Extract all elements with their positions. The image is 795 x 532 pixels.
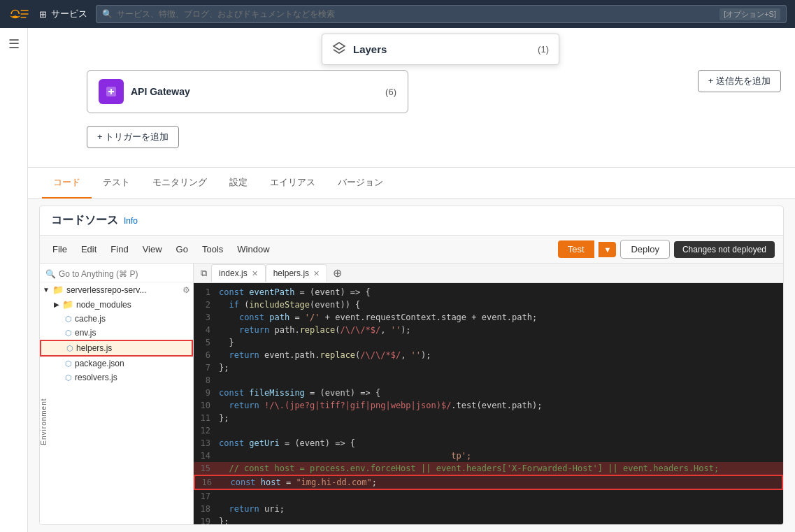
layers-icon (332, 41, 346, 57)
api-gateway-count: (6) (385, 87, 396, 97)
file-tree-panel: Environment 🔍 ▼ 📁 serverlessrepo-serv...… (40, 264, 194, 524)
search-shortcut-badge: [オプション+S] (719, 8, 780, 20)
add-trigger-button[interactable]: + トリガーを追加 (87, 126, 179, 148)
code-line-15: 15 // const host = process.env.forceHost… (194, 462, 783, 475)
collapse-icon: ▼ (43, 286, 50, 294)
file-tab-helpers-js[interactable]: helpers.js ✕ (266, 264, 327, 282)
layers-title: Layers (353, 43, 387, 55)
folder-icon-modules: 📁 (62, 299, 73, 310)
add-tab-button[interactable]: ⊕ (327, 264, 348, 282)
test-dropdown-button[interactable]: ▼ (599, 242, 617, 257)
code-line-9: 9 const fileMissing = (event) => { (194, 387, 783, 399)
left-sidebar-toggle: ☰ (0, 28, 28, 532)
file-tab-index-js[interactable]: index.js ✕ (211, 264, 266, 282)
tree-item-cache-js[interactable]: ⬡ cache.js (40, 312, 193, 326)
layers-card[interactable]: Layers (1) (322, 34, 559, 65)
tab-versions[interactable]: バージョン (327, 168, 394, 199)
tab-aliases[interactable]: エイリアス (259, 168, 327, 199)
code-line-4: 4 return path.replace(/\/\/*$/, ''); (194, 324, 783, 336)
tree-item-node-modules[interactable]: ▶ 📁 node_modules (40, 297, 193, 312)
root-folder-name: serverlessrepo-serv... (66, 285, 146, 295)
top-navigation: ⊞ サービス 🔍 [オプション+S] (0, 0, 795, 28)
tab-bar: コード テスト モニタリング 設定 エイリアス バージョン (28, 168, 795, 199)
goto-anything-input[interactable] (59, 269, 187, 279)
hamburger-icon[interactable]: ☰ (8, 36, 20, 52)
menu-tools[interactable]: Tools (198, 243, 227, 256)
tree-item-package-json[interactable]: ⬡ package.json (40, 357, 193, 371)
code-line-1: 1 const eventPath = (event) => { (194, 286, 783, 299)
function-diagram-area: Layers (1) API Gateway (6) + トリガーを追加 (28, 28, 795, 168)
api-gateway-label: API Gateway (131, 86, 190, 97)
code-line-19: 19 }; (194, 515, 783, 524)
file-tabs-bar: ⧉ index.js ✕ helpers.js ✕ ⊕ (194, 264, 783, 283)
code-line-18: 18 return uri; (194, 503, 783, 515)
folder-icon-root: 📁 (52, 285, 64, 295)
menu-edit[interactable]: Edit (77, 243, 101, 256)
tree-item-resolvers-js[interactable]: ⬡ resolvers.js (40, 371, 193, 384)
menu-go[interactable]: Go (172, 243, 192, 256)
editor-toolbar: File Edit Find View Go Tools Window Test… (40, 236, 783, 264)
code-line-13: 13 const getUri = (event) => { (194, 437, 783, 450)
code-line-2: 2 if (includeStage(event)) { (194, 299, 783, 311)
file-tree-search[interactable]: 🔍 (40, 266, 193, 282)
code-source-header: コードソース Info (40, 206, 783, 236)
api-gateway-block[interactable]: API Gateway (6) (87, 70, 408, 113)
editor-area: Environment 🔍 ▼ 📁 serverlessrepo-serv...… (40, 264, 783, 524)
code-line-8: 8 (194, 374, 783, 387)
main-layout: ☰ Layers (1) (0, 28, 795, 532)
tab-settings[interactable]: 設定 (218, 168, 259, 199)
info-link[interactable]: Info (124, 216, 138, 226)
file-icon-helpers: ⬡ (66, 344, 73, 353)
code-source-section: コードソース Info File Edit Find View Go Tools… (39, 206, 784, 525)
test-deploy-group: Test ▼ Deploy Changes not deployed (558, 240, 775, 259)
deploy-button[interactable]: Deploy (620, 240, 669, 259)
file-icon-package: ⬡ (65, 359, 72, 368)
close-tab-helpers[interactable]: ✕ (313, 269, 320, 278)
tab-monitoring[interactable]: モニタリング (141, 168, 218, 199)
code-source-title: コードソース (51, 213, 118, 228)
copy-icon-button[interactable]: ⧉ (196, 265, 211, 282)
file-icon-cache: ⬡ (65, 315, 72, 324)
menu-file[interactable]: File (48, 243, 71, 256)
code-line-5: 5 } (194, 336, 783, 349)
code-line-12: 12 (194, 424, 783, 437)
api-gateway-icon (99, 79, 124, 104)
tab-test[interactable]: テスト (92, 168, 141, 199)
expand-icon: ▶ (54, 301, 59, 308)
layers-count: (1) (538, 44, 549, 55)
aws-logo[interactable] (8, 6, 31, 22)
close-tab-index[interactable]: ✕ (252, 269, 258, 278)
code-line-17: 17 (194, 490, 783, 503)
tab-code[interactable]: コード (42, 168, 92, 199)
content-area: Layers (1) API Gateway (6) + トリガーを追加 (28, 28, 795, 532)
changes-not-deployed-badge: Changes not deployed (674, 241, 775, 258)
code-line-3: 3 const path = '/' + event.requestContex… (194, 311, 783, 324)
search-input[interactable] (117, 9, 715, 19)
code-line-10: 10 return !/\.(jpe?g|tiff?|gif|png|webp|… (194, 399, 783, 412)
global-search-bar[interactable]: 🔍 [オプション+S] (96, 5, 787, 23)
search-icon: 🔍 (102, 9, 113, 19)
code-line-6: 6 return event.path.replace(/\/\/*$/, ''… (194, 349, 783, 361)
tree-item-helpers-js[interactable]: ⬡ helpers.js (40, 340, 193, 357)
environment-label: Environment (40, 398, 48, 445)
menu-view[interactable]: View (138, 243, 166, 256)
services-menu-button[interactable]: ⊞ サービス (39, 8, 87, 20)
code-panel: ⧉ index.js ✕ helpers.js ✕ ⊕ (194, 264, 783, 524)
test-button[interactable]: Test (558, 240, 594, 258)
code-editor[interactable]: 1 const eventPath = (event) => { 2 if (i… (194, 283, 783, 524)
code-line-16: 16 const host = "img.hi-dd.com"; (194, 475, 783, 490)
code-line-14: 14 tp'; (194, 450, 783, 462)
tree-gear-icon[interactable]: ⚙ (182, 285, 190, 295)
menu-find[interactable]: Find (106, 243, 132, 256)
search-icon-tree: 🔍 (45, 269, 56, 279)
tree-root-folder[interactable]: ▼ 📁 serverlessrepo-serv... ⚙ (40, 282, 193, 297)
tree-item-env-js[interactable]: ⬡ env.js (40, 326, 193, 340)
add-destination-button[interactable]: + 送信先を追加 (698, 70, 781, 92)
file-icon-resolvers: ⬡ (65, 373, 72, 382)
code-line-11: 11 }; (194, 412, 783, 424)
menu-window[interactable]: Window (233, 243, 273, 256)
code-line-7: 7 }; (194, 361, 783, 374)
file-icon-env: ⬡ (65, 329, 72, 338)
